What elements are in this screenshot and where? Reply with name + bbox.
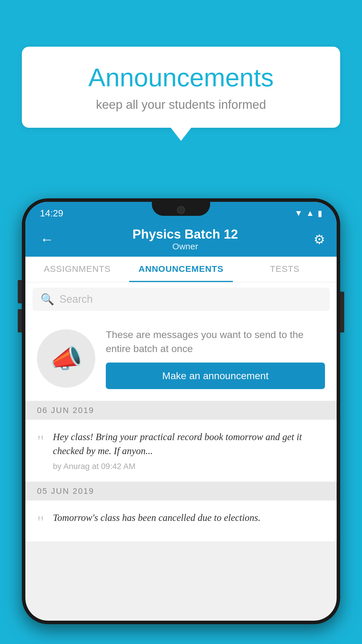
speech-bubble-container: Announcements keep all your students inf… — [22, 47, 340, 141]
announcement-prompt: 📣 These are messages you want to send to… — [25, 316, 337, 401]
phone-container: 14:29 ▼ ▲ ▮ ← Physics Batch 12 Owner ⚙ — [22, 198, 340, 644]
date-text-1: 06 JUN 2019 — [37, 406, 94, 415]
bubble-title: Announcements — [39, 63, 323, 92]
phone-notch — [152, 202, 210, 216]
phone-frame: 14:29 ▼ ▲ ▮ ← Physics Batch 12 Owner ⚙ — [22, 198, 340, 624]
quote-icon-1: " — [37, 433, 44, 450]
search-input-wrapper[interactable]: 🔍 Search — [32, 288, 330, 311]
announcement-text-2: Tomorrow's class has been cancelled due … — [53, 511, 325, 525]
app-bar-subtitle: Owner — [57, 242, 314, 251]
announcement-prompt-right: These are messages you want to send to t… — [106, 328, 325, 389]
megaphone-icon: 📣 — [50, 343, 82, 374]
phone-side-power — [340, 292, 344, 332]
app-bar-center: Physics Batch 12 Owner — [57, 227, 314, 251]
settings-button[interactable]: ⚙ — [314, 232, 325, 247]
app-bar-title: Physics Batch 12 — [57, 227, 314, 242]
app-bar: ← Physics Batch 12 Owner ⚙ — [25, 222, 337, 257]
announcement-text-1: Hey class! Bring your practical record b… — [53, 430, 325, 458]
signal-icon: ▲ — [306, 209, 314, 218]
phone-screen: 14:29 ▼ ▲ ▮ ← Physics Batch 12 Owner ⚙ — [25, 202, 337, 621]
search-icon: 🔍 — [41, 293, 54, 306]
prompt-description: These are messages you want to send to t… — [106, 328, 325, 356]
search-input[interactable]: Search — [59, 293, 93, 305]
phone-side-vol-down — [18, 309, 22, 332]
wifi-icon: ▼ — [295, 209, 303, 218]
search-container: 🔍 Search — [25, 282, 337, 316]
status-time: 14:29 — [40, 208, 63, 219]
tab-tests[interactable]: TESTS — [233, 257, 337, 282]
date-separator-2: 05 JUN 2019 — [25, 482, 337, 501]
tab-announcements[interactable]: ANNOUNCEMENTS — [129, 257, 233, 282]
back-button[interactable]: ← — [37, 228, 57, 250]
announcement-item-1[interactable]: " Hey class! Bring your practical record… — [25, 420, 337, 482]
megaphone-circle: 📣 — [37, 329, 95, 388]
phone-camera — [177, 206, 185, 214]
battery-icon: ▮ — [318, 209, 322, 218]
make-announcement-button[interactable]: Make an announcement — [106, 363, 325, 389]
date-text-2: 05 JUN 2019 — [37, 487, 94, 496]
announcement-meta-1: by Anurag at 09:42 AM — [53, 462, 325, 471]
speech-bubble-tail — [171, 128, 191, 141]
announcement-item-2[interactable]: " Tomorrow's class has been cancelled du… — [25, 501, 337, 541]
tabs-bar: ASSIGNMENTS ANNOUNCEMENTS TESTS — [25, 257, 337, 282]
status-icons: ▼ ▲ ▮ — [295, 209, 322, 218]
tab-assignments[interactable]: ASSIGNMENTS — [25, 257, 129, 282]
date-separator-1: 06 JUN 2019 — [25, 401, 337, 420]
quote-icon-2: " — [37, 513, 44, 531]
phone-side-vol-up — [18, 280, 22, 303]
announcement-content-2: Tomorrow's class has been cancelled due … — [53, 511, 325, 525]
announcement-content-1: Hey class! Bring your practical record b… — [53, 430, 325, 471]
bubble-subtitle: keep all your students informed — [39, 98, 323, 112]
speech-bubble: Announcements keep all your students inf… — [22, 47, 340, 128]
